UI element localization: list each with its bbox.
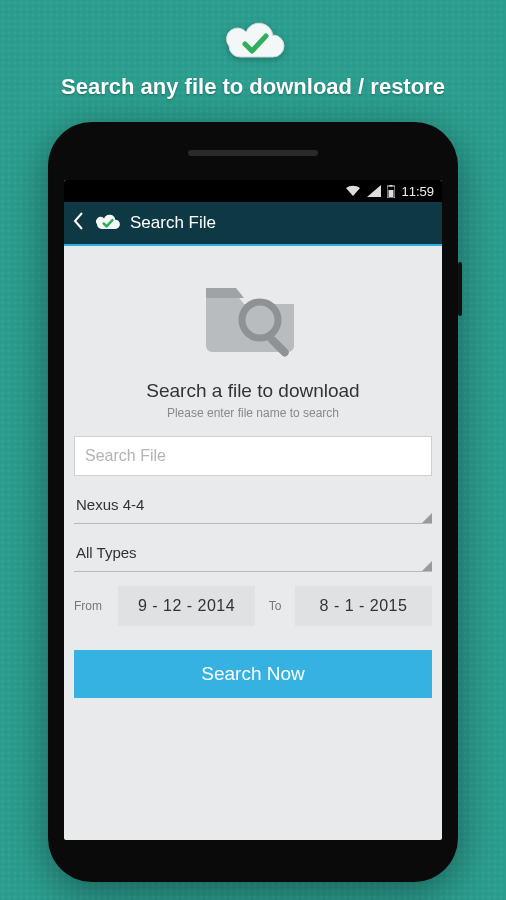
- phone-screen: 11:59 Search File: [64, 180, 442, 840]
- date-to-label: To: [263, 599, 287, 613]
- hero: Search a file to download Please enter f…: [74, 264, 432, 426]
- cloud-check-logo: [217, 14, 289, 66]
- signal-icon: [367, 185, 381, 197]
- device-spinner[interactable]: Nexus 4-4: [74, 486, 432, 524]
- svg-rect-1: [389, 190, 394, 197]
- action-bar: Search File: [64, 202, 442, 246]
- actionbar-title: Search File: [130, 213, 216, 233]
- hero-subtitle: Please enter file name to search: [74, 406, 432, 420]
- promo-title: Search any file to download / restore: [0, 74, 506, 100]
- svg-rect-2: [390, 185, 393, 187]
- type-spinner[interactable]: All Types: [74, 534, 432, 572]
- date-row: From 9 - 12 - 2014 To 8 - 1 - 2015: [74, 586, 432, 626]
- battery-icon: [387, 185, 395, 198]
- date-to-button[interactable]: 8 - 1 - 2015: [295, 586, 432, 626]
- date-from-button[interactable]: 9 - 12 - 2014: [118, 586, 255, 626]
- status-bar: 11:59: [64, 180, 442, 202]
- promo-header: Search any file to download / restore: [0, 0, 506, 100]
- content-area: Search a file to download Please enter f…: [64, 246, 442, 840]
- device-spinner-value: Nexus 4-4: [76, 496, 144, 513]
- phone-speaker: [188, 150, 318, 156]
- date-from-label: From: [74, 599, 110, 613]
- back-icon[interactable]: [72, 212, 84, 235]
- search-now-button[interactable]: Search Now: [74, 650, 432, 698]
- search-input[interactable]: [74, 436, 432, 476]
- hero-title: Search a file to download: [74, 380, 432, 402]
- phone-frame: 11:59 Search File: [48, 122, 458, 882]
- status-time: 11:59: [401, 184, 434, 199]
- type-spinner-value: All Types: [76, 544, 137, 561]
- folder-search-icon: [198, 348, 308, 365]
- wifi-icon: [345, 185, 361, 197]
- cloud-check-icon: [92, 211, 122, 235]
